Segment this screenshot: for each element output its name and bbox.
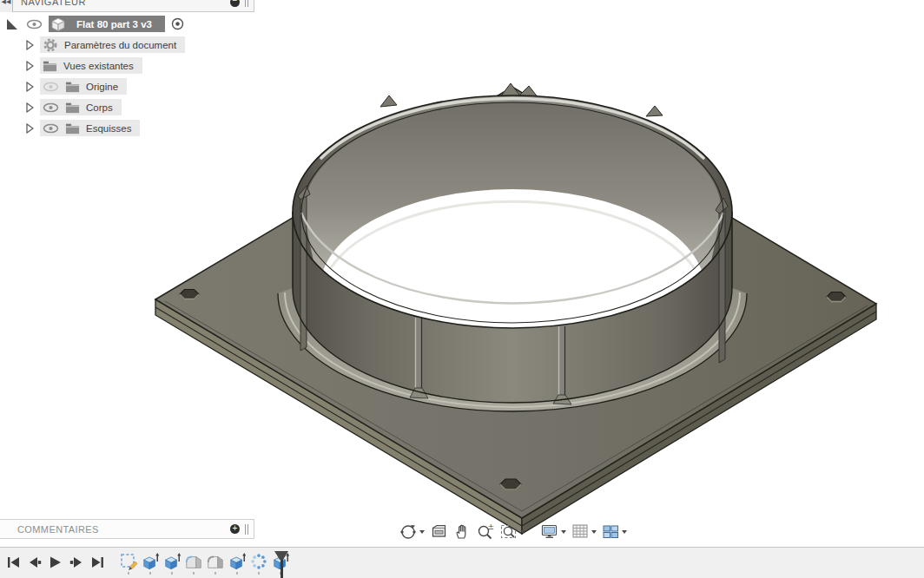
expand-arrow-icon[interactable]	[26, 102, 35, 113]
timeline-feature-fillet[interactable]	[184, 552, 203, 575]
selected-root-item[interactable]: Flat 80 part 3 v3	[49, 16, 165, 32]
comments-title: COMMENTAIRES	[17, 524, 230, 535]
fusion360-window: ◀◀ NAVIGATEUR Flat 80 part 3 v3	[0, 0, 924, 578]
svg-text:±: ±	[488, 523, 495, 531]
fit-button[interactable]	[498, 523, 527, 541]
circular-pattern-icon	[249, 552, 268, 571]
dropdown-caret-icon[interactable]	[622, 530, 627, 534]
comments-panel: COMMENTAIRES	[0, 519, 254, 539]
pan-hand-icon	[454, 523, 471, 540]
step-back-button[interactable]	[26, 555, 43, 570]
gear-icon	[43, 37, 58, 53]
grid-settings-icon	[572, 524, 589, 539]
timeline-feature-extrude[interactable]	[228, 552, 247, 575]
panel-drag-grip[interactable]	[245, 524, 251, 535]
zoom-button[interactable]: ±	[475, 522, 496, 542]
eye-icon[interactable]	[43, 123, 59, 134]
eye-hidden-icon[interactable]	[43, 82, 59, 92]
tree-item-label: Corps	[86, 102, 113, 113]
tree-item-label: Esquisses	[86, 123, 131, 134]
fillet-icon	[184, 552, 203, 571]
expand-arrow-icon[interactable]	[26, 40, 35, 50]
display-settings-icon	[541, 524, 558, 540]
ring-body[interactable]	[278, 83, 747, 411]
fit-icon	[500, 524, 518, 540]
playhead-stem	[280, 560, 283, 578]
pan-button[interactable]	[452, 522, 472, 541]
zoom-icon: ±	[477, 523, 494, 541]
minus-circle-icon[interactable]	[230, 0, 240, 7]
extrude-icon	[162, 552, 182, 571]
play-button[interactable]	[47, 555, 64, 570]
timeline-bar	[0, 547, 924, 578]
tree-item-esquisses[interactable]: Esquisses	[0, 120, 261, 136]
timeline-feature-extrude[interactable]	[141, 552, 160, 575]
viewports-icon	[603, 525, 619, 539]
step-forward-button[interactable]	[68, 555, 85, 570]
timeline-playback-controls	[5, 555, 106, 570]
dropdown-caret-icon[interactable]	[561, 530, 566, 534]
extrude-icon	[228, 552, 247, 571]
expand-arrow-icon[interactable]	[26, 61, 35, 71]
fillet-icon	[206, 552, 225, 571]
panel-collapse-icon[interactable]: ◀◀	[0, 0, 13, 12]
tree-item-origine[interactable]: Origine	[0, 78, 261, 95]
go-to-start-button[interactable]	[5, 555, 23, 570]
navigator-title: NAVIGATEUR	[21, 0, 230, 7]
expand-arrow-icon[interactable]	[26, 82, 35, 92]
hex-hole[interactable]	[180, 290, 199, 299]
go-to-end-button[interactable]	[89, 555, 106, 570]
root-document-label: Flat 80 part 3 v3	[71, 19, 157, 30]
tree-item-corps[interactable]: Corps	[0, 99, 261, 115]
eye-icon[interactable]	[26, 19, 43, 30]
dropdown-caret-icon[interactable]	[591, 530, 597, 534]
panel-drag-grip[interactable]	[245, 0, 251, 7]
sketch-icon	[119, 552, 138, 571]
timeline-playhead[interactable]	[274, 551, 288, 577]
timeline-features	[119, 552, 290, 575]
folder-icon	[65, 81, 80, 93]
expand-arrow-icon[interactable]	[26, 123, 35, 134]
activate-radio-icon[interactable]	[171, 17, 184, 30]
display-settings-button[interactable]	[539, 523, 568, 541]
tree-item-label: Vues existantes	[63, 61, 134, 71]
view-navigation-toolbar: ±	[398, 522, 629, 542]
hex-hole[interactable]	[827, 292, 846, 302]
browser-tree: Flat 80 part 3 v3 Paramètres du document	[0, 16, 261, 141]
orbit-button[interactable]	[398, 522, 426, 542]
tree-item-parametres[interactable]: Paramètres du document	[0, 36, 261, 53]
timeline-feature-sketch[interactable]	[119, 552, 138, 575]
folder-icon	[43, 60, 57, 72]
folder-icon	[65, 102, 80, 114]
dropdown-caret-icon[interactable]	[520, 530, 525, 534]
eye-icon[interactable]	[43, 102, 59, 113]
look-at-button[interactable]	[429, 523, 450, 541]
extrude-icon	[141, 552, 160, 571]
expanded-triangle-icon[interactable]	[7, 19, 17, 30]
navigator-panel: ◀◀ NAVIGATEUR	[0, 0, 254, 12]
orbit-icon	[399, 523, 417, 541]
timeline-feature-fillet[interactable]	[206, 552, 225, 575]
timeline-feature-extrude[interactable]	[162, 552, 182, 575]
tree-item-label: Paramètres du document	[64, 40, 176, 50]
tree-item-label: Origine	[86, 82, 118, 92]
look-at-icon	[431, 524, 448, 540]
viewports-button[interactable]	[601, 524, 629, 540]
playhead-handle-icon[interactable]	[274, 551, 288, 560]
tree-root-row[interactable]: Flat 80 part 3 v3	[0, 16, 261, 32]
hex-hole[interactable]	[500, 479, 521, 489]
grid-settings-button[interactable]	[571, 523, 598, 540]
tree-item-vues[interactable]: Vues existantes	[0, 57, 261, 74]
timeline-feature-circular-pattern[interactable]	[249, 552, 268, 575]
dropdown-caret-icon[interactable]	[419, 530, 425, 534]
component-cube-icon	[50, 16, 66, 32]
folder-icon	[65, 122, 80, 135]
plus-circle-icon[interactable]	[230, 524, 240, 534]
